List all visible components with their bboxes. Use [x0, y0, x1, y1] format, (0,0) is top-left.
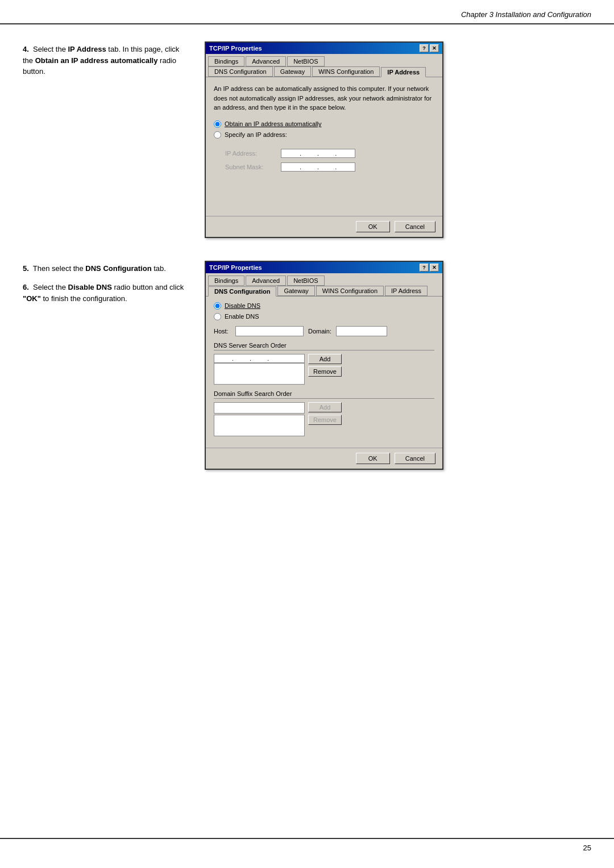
tab-bindings[interactable]: Bindings	[208, 56, 244, 66]
step6-bold1: Disable DNS	[68, 283, 112, 291]
dns-add-button[interactable]: Add	[308, 354, 342, 364]
dns-ip-seg3[interactable]	[251, 355, 267, 362]
d2-tab-ip-address[interactable]: IP Address	[385, 286, 428, 296]
tab-advanced[interactable]: Advanced	[246, 56, 286, 66]
host-label: Host:	[214, 328, 231, 335]
dialog1-ok-button[interactable]: OK	[356, 221, 390, 232]
dialog2-tabs-row1: Bindings Advanced NetBIOS	[206, 273, 442, 286]
step-4-section: 4. Select the IP Address tab. In this pa…	[23, 41, 591, 238]
ip-fields: IP Address: . . . Subnet Mask:	[214, 144, 434, 181]
d2-tab-dns-config[interactable]: DNS Configuration	[208, 286, 276, 297]
d2-tab-advanced[interactable]: Advanced	[246, 276, 286, 286]
dialog1-cancel-button[interactable]: Cancel	[395, 221, 435, 232]
step-4-number: 4.	[23, 45, 29, 53]
host-domain-row: Host: Domain:	[214, 326, 434, 336]
tab-netbios[interactable]: NetBIOS	[287, 56, 324, 66]
step5-bold1: DNS Configuration	[85, 264, 151, 273]
dialog1-title: TCP/IP Properties	[209, 45, 262, 52]
ip-radio-group: Obtain an IP address automatically Speci…	[214, 120, 434, 139]
dialog2-cancel-button[interactable]: Cancel	[395, 453, 435, 464]
dialog1-description: An IP address can be automatically assig…	[214, 84, 434, 112]
tab-wins[interactable]: WINS Configuration	[312, 66, 380, 77]
suffix-row: Add Remove	[214, 402, 434, 436]
dialog2-footer: OK Cancel	[206, 448, 442, 469]
help-button[interactable]: ?	[420, 44, 429, 52]
suffix-listbox-top[interactable]	[214, 402, 305, 414]
ip-seg1[interactable]	[284, 150, 300, 157]
subnet-mask-row: Subnet Mask: . . .	[225, 162, 423, 172]
radio-disable-dns[interactable]	[214, 302, 221, 310]
tabs-row1: Bindings Advanced NetBIOS	[206, 54, 442, 66]
step-5-number: 5.	[23, 264, 29, 273]
radio-enable-item: Enable DNS	[214, 313, 434, 320]
dialog1-body: An IP address can be automatically assig…	[206, 77, 442, 216]
tab-ip-address[interactable]: IP Address	[381, 67, 426, 77]
dns-server-section: DNS Server Search Order . . .	[214, 342, 434, 385]
step-5-text: 5. Then select the DNS Configuration tab…	[23, 263, 188, 274]
close-button[interactable]: ✕	[430, 44, 439, 52]
subnet-seg1[interactable]	[284, 164, 300, 170]
dialog2-ok-button[interactable]: OK	[356, 453, 390, 464]
ip-seg3[interactable]	[319, 150, 335, 157]
subnet-seg2[interactable]	[301, 164, 317, 170]
dialog2-help-button[interactable]: ?	[420, 264, 429, 272]
domain-label: Domain:	[308, 328, 331, 335]
suffix-section: Domain Suffix Search Order Add Remove	[214, 390, 434, 436]
domain-input[interactable]	[336, 326, 387, 336]
dialog1-footer: OK Cancel	[206, 216, 442, 237]
dns-remove-button[interactable]: Remove	[308, 366, 342, 377]
dns-radio-group: Disable DNS Enable DNS	[214, 302, 434, 320]
radio-disable-label: Disable DNS	[225, 302, 260, 309]
dns-server-row: . . . Add Remove	[214, 354, 434, 385]
dns-ip-seg2[interactable]	[234, 355, 250, 362]
d2-tab-netbios[interactable]: NetBIOS	[287, 276, 324, 286]
ip-address-input[interactable]: . . .	[281, 149, 355, 158]
suffix-add-button[interactable]: Add	[308, 402, 342, 412]
tab-gateway[interactable]: Gateway	[274, 66, 311, 77]
radio-enable-dns[interactable]	[214, 313, 221, 320]
step-6-number: 6.	[23, 283, 29, 291]
dns-server-buttons: Add Remove	[308, 354, 342, 377]
step-56-text: 5. Then select the DNS Configuration tab…	[23, 261, 188, 470]
dns-ip-seg4[interactable]	[269, 355, 285, 362]
radio-specify-item: Specify an IP address:	[214, 131, 434, 139]
titlebar-buttons: ? ✕	[420, 44, 439, 52]
spacer1	[214, 181, 434, 209]
dialog2-titlebar: TCP/IP Properties ? ✕	[206, 262, 442, 273]
radio-disable-item: Disable DNS	[214, 302, 434, 310]
dialog1-titlebar: TCP/IP Properties ? ✕	[206, 43, 442, 54]
d2-tab-bindings[interactable]: Bindings	[208, 276, 244, 286]
chapter-header: Chapter 3 Installation and Configuration	[0, 0, 614, 24]
radio-obtain[interactable]	[214, 120, 221, 128]
chapter-title: Chapter 3 Installation and Configuration	[461, 10, 591, 19]
ip-address-label: IP Address:	[225, 150, 276, 157]
radio-specify-label: Specify an IP address:	[225, 131, 287, 138]
suffix-remove-button[interactable]: Remove	[308, 415, 342, 425]
host-input[interactable]	[235, 326, 304, 336]
step6-bold2: "OK"	[23, 294, 41, 303]
suffix-buttons: Add Remove	[308, 402, 342, 425]
dialog2-close-button[interactable]: ✕	[430, 264, 439, 272]
d2-tab-wins[interactable]: WINS Configuration	[316, 286, 384, 296]
dns-ip-input[interactable]: . . .	[214, 354, 305, 363]
tab-dns-config[interactable]: DNS Configuration	[208, 66, 273, 77]
ip-seg4[interactable]	[337, 150, 352, 157]
d2-tab-gateway[interactable]: Gateway	[277, 286, 314, 296]
subnet-input[interactable]: . . .	[281, 162, 355, 172]
subnet-seg3[interactable]	[319, 164, 335, 170]
radio-specify[interactable]	[214, 131, 221, 139]
dns-server-listbox[interactable]	[214, 363, 305, 385]
suffix-listbox-bottom[interactable]	[214, 415, 305, 436]
radio-obtain-item: Obtain an IP address automatically	[214, 120, 434, 128]
tcpip-dialog-2: TCP/IP Properties ? ✕ Bindings Advanced …	[205, 261, 443, 470]
subnet-label: Subnet Mask:	[225, 164, 276, 170]
ip-address-row: IP Address: . . .	[225, 149, 423, 158]
subnet-seg4[interactable]	[337, 164, 352, 170]
ip-seg2[interactable]	[301, 150, 317, 157]
dialog2-titlebar-buttons: ? ✕	[420, 264, 439, 272]
dialog2-body: Disable DNS Enable DNS Host: Domain:	[206, 297, 442, 448]
suffix-section-header: Domain Suffix Search Order	[214, 390, 434, 399]
dns-ip-seg1[interactable]	[216, 355, 232, 362]
dialog2-title: TCP/IP Properties	[209, 264, 262, 271]
dialog2-tabs-row2: DNS Configuration Gateway WINS Configura…	[206, 286, 442, 297]
